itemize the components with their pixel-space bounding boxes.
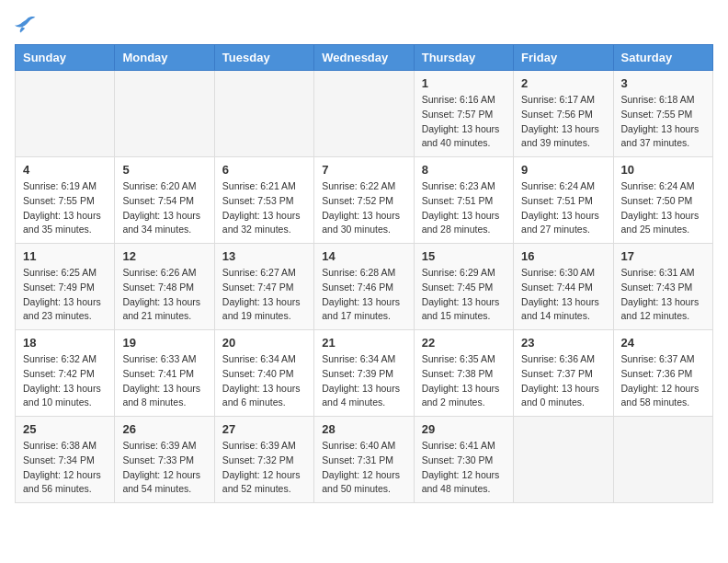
- day-info: Sunrise: 6:32 AM Sunset: 7:42 PM Dayligh…: [23, 352, 107, 410]
- day-info: Sunrise: 6:36 AM Sunset: 7:37 PM Dayligh…: [521, 352, 605, 410]
- calendar-cell: 20Sunrise: 6:34 AM Sunset: 7:40 PM Dayli…: [214, 330, 313, 417]
- day-info: Sunrise: 6:25 AM Sunset: 7:49 PM Dayligh…: [23, 266, 107, 324]
- day-number: 18: [23, 336, 107, 350]
- calendar-week-3: 11Sunrise: 6:25 AM Sunset: 7:49 PM Dayli…: [16, 244, 713, 330]
- calendar-cell: [115, 71, 214, 157]
- calendar-week-1: 1Sunrise: 6:16 AM Sunset: 7:57 PM Daylig…: [16, 71, 713, 157]
- day-info: Sunrise: 6:37 AM Sunset: 7:36 PM Dayligh…: [621, 352, 705, 410]
- day-number: 11: [23, 249, 107, 263]
- day-number: 25: [23, 422, 107, 436]
- calendar-cell: [214, 71, 313, 157]
- column-header-friday: Friday: [514, 45, 613, 71]
- day-number: 6: [222, 163, 306, 177]
- calendar-cell: 9Sunrise: 6:24 AM Sunset: 7:51 PM Daylig…: [514, 157, 613, 244]
- calendar-cell: 1Sunrise: 6:16 AM Sunset: 7:57 PM Daylig…: [414, 71, 513, 157]
- calendar-cell: 16Sunrise: 6:30 AM Sunset: 7:44 PM Dayli…: [514, 244, 613, 330]
- calendar-cell: [613, 417, 712, 503]
- calendar-cell: 5Sunrise: 6:20 AM Sunset: 7:54 PM Daylig…: [115, 157, 214, 244]
- day-number: 15: [422, 249, 506, 263]
- calendar-cell: 11Sunrise: 6:25 AM Sunset: 7:49 PM Dayli…: [16, 244, 115, 330]
- logo-graphic: [15, 15, 37, 37]
- calendar-cell: 21Sunrise: 6:34 AM Sunset: 7:39 PM Dayli…: [314, 330, 414, 417]
- column-header-thursday: Thursday: [414, 45, 513, 71]
- day-info: Sunrise: 6:35 AM Sunset: 7:38 PM Dayligh…: [422, 352, 506, 410]
- calendar-cell: 27Sunrise: 6:39 AM Sunset: 7:32 PM Dayli…: [214, 417, 313, 503]
- day-number: 3: [621, 76, 705, 90]
- calendar-cell: 18Sunrise: 6:32 AM Sunset: 7:42 PM Dayli…: [16, 330, 115, 417]
- day-number: 10: [621, 163, 705, 177]
- calendar-week-2: 4Sunrise: 6:19 AM Sunset: 7:55 PM Daylig…: [16, 157, 713, 244]
- day-info: Sunrise: 6:26 AM Sunset: 7:48 PM Dayligh…: [122, 266, 206, 324]
- column-header-monday: Monday: [115, 45, 214, 71]
- calendar-cell: 28Sunrise: 6:40 AM Sunset: 7:31 PM Dayli…: [314, 417, 414, 503]
- day-number: 12: [122, 249, 206, 263]
- day-number: 23: [521, 336, 605, 350]
- calendar-cell: 25Sunrise: 6:38 AM Sunset: 7:34 PM Dayli…: [16, 417, 115, 503]
- calendar-week-4: 18Sunrise: 6:32 AM Sunset: 7:42 PM Dayli…: [16, 330, 713, 417]
- day-number: 20: [222, 336, 306, 350]
- day-info: Sunrise: 6:39 AM Sunset: 7:32 PM Dayligh…: [222, 439, 306, 497]
- day-number: 14: [322, 249, 405, 263]
- day-number: 26: [122, 422, 206, 436]
- column-header-saturday: Saturday: [613, 45, 712, 71]
- day-number: 22: [422, 336, 506, 350]
- day-info: Sunrise: 6:31 AM Sunset: 7:43 PM Dayligh…: [621, 266, 705, 324]
- day-info: Sunrise: 6:23 AM Sunset: 7:51 PM Dayligh…: [422, 179, 506, 237]
- day-info: Sunrise: 6:20 AM Sunset: 7:54 PM Dayligh…: [122, 179, 206, 237]
- calendar-cell: 24Sunrise: 6:37 AM Sunset: 7:36 PM Dayli…: [613, 330, 712, 417]
- calendar-cell: 6Sunrise: 6:21 AM Sunset: 7:53 PM Daylig…: [214, 157, 313, 244]
- calendar-cell: 10Sunrise: 6:24 AM Sunset: 7:50 PM Dayli…: [613, 157, 712, 244]
- calendar-cell: 8Sunrise: 6:23 AM Sunset: 7:51 PM Daylig…: [414, 157, 513, 244]
- day-info: Sunrise: 6:24 AM Sunset: 7:50 PM Dayligh…: [621, 179, 705, 237]
- calendar-cell: [514, 417, 613, 503]
- day-info: Sunrise: 6:18 AM Sunset: 7:55 PM Dayligh…: [621, 93, 705, 151]
- day-number: 7: [322, 163, 405, 177]
- day-info: Sunrise: 6:33 AM Sunset: 7:41 PM Dayligh…: [122, 352, 206, 410]
- day-info: Sunrise: 6:28 AM Sunset: 7:46 PM Dayligh…: [322, 266, 405, 324]
- calendar-cell: 22Sunrise: 6:35 AM Sunset: 7:38 PM Dayli…: [414, 330, 513, 417]
- calendar-cell: 14Sunrise: 6:28 AM Sunset: 7:46 PM Dayli…: [314, 244, 414, 330]
- calendar-cell: 7Sunrise: 6:22 AM Sunset: 7:52 PM Daylig…: [314, 157, 414, 244]
- day-info: Sunrise: 6:16 AM Sunset: 7:57 PM Dayligh…: [422, 93, 506, 151]
- day-number: 29: [422, 422, 506, 436]
- column-header-wednesday: Wednesday: [314, 45, 414, 71]
- day-number: 21: [322, 336, 405, 350]
- day-info: Sunrise: 6:29 AM Sunset: 7:45 PM Dayligh…: [422, 266, 506, 324]
- calendar-table: SundayMondayTuesdayWednesdayThursdayFrid…: [15, 44, 713, 503]
- day-info: Sunrise: 6:34 AM Sunset: 7:40 PM Dayligh…: [222, 352, 306, 410]
- calendar-cell: 26Sunrise: 6:39 AM Sunset: 7:33 PM Dayli…: [115, 417, 214, 503]
- day-number: 4: [23, 163, 107, 177]
- calendar-cell: 19Sunrise: 6:33 AM Sunset: 7:41 PM Dayli…: [115, 330, 214, 417]
- day-number: 24: [621, 336, 705, 350]
- day-info: Sunrise: 6:22 AM Sunset: 7:52 PM Dayligh…: [322, 179, 405, 237]
- day-info: Sunrise: 6:17 AM Sunset: 7:56 PM Dayligh…: [521, 93, 605, 151]
- calendar-cell: 3Sunrise: 6:18 AM Sunset: 7:55 PM Daylig…: [613, 71, 712, 157]
- day-info: Sunrise: 6:21 AM Sunset: 7:53 PM Dayligh…: [222, 179, 306, 237]
- day-number: 17: [621, 249, 705, 263]
- day-info: Sunrise: 6:38 AM Sunset: 7:34 PM Dayligh…: [23, 439, 107, 497]
- day-info: Sunrise: 6:19 AM Sunset: 7:55 PM Dayligh…: [23, 179, 107, 237]
- calendar-cell: 17Sunrise: 6:31 AM Sunset: 7:43 PM Dayli…: [613, 244, 712, 330]
- day-number: 5: [122, 163, 206, 177]
- day-info: Sunrise: 6:27 AM Sunset: 7:47 PM Dayligh…: [222, 266, 306, 324]
- day-number: 28: [322, 422, 405, 436]
- day-info: Sunrise: 6:34 AM Sunset: 7:39 PM Dayligh…: [322, 352, 405, 410]
- day-number: 2: [521, 76, 605, 90]
- calendar-cell: 23Sunrise: 6:36 AM Sunset: 7:37 PM Dayli…: [514, 330, 613, 417]
- day-number: 19: [122, 336, 206, 350]
- calendar-header-row: SundayMondayTuesdayWednesdayThursdayFrid…: [16, 45, 713, 71]
- day-number: 27: [222, 422, 306, 436]
- day-number: 8: [422, 163, 506, 177]
- page-header: [15, 15, 713, 37]
- day-number: 9: [521, 163, 605, 177]
- calendar-cell: 12Sunrise: 6:26 AM Sunset: 7:48 PM Dayli…: [115, 244, 214, 330]
- logo: [15, 15, 40, 37]
- calendar-cell: 4Sunrise: 6:19 AM Sunset: 7:55 PM Daylig…: [16, 157, 115, 244]
- column-header-sunday: Sunday: [16, 45, 115, 71]
- calendar-cell: [16, 71, 115, 157]
- day-info: Sunrise: 6:39 AM Sunset: 7:33 PM Dayligh…: [122, 439, 206, 497]
- calendar-cell: 15Sunrise: 6:29 AM Sunset: 7:45 PM Dayli…: [414, 244, 513, 330]
- calendar-cell: 2Sunrise: 6:17 AM Sunset: 7:56 PM Daylig…: [514, 71, 613, 157]
- day-info: Sunrise: 6:30 AM Sunset: 7:44 PM Dayligh…: [521, 266, 605, 324]
- calendar-cell: 29Sunrise: 6:41 AM Sunset: 7:30 PM Dayli…: [414, 417, 513, 503]
